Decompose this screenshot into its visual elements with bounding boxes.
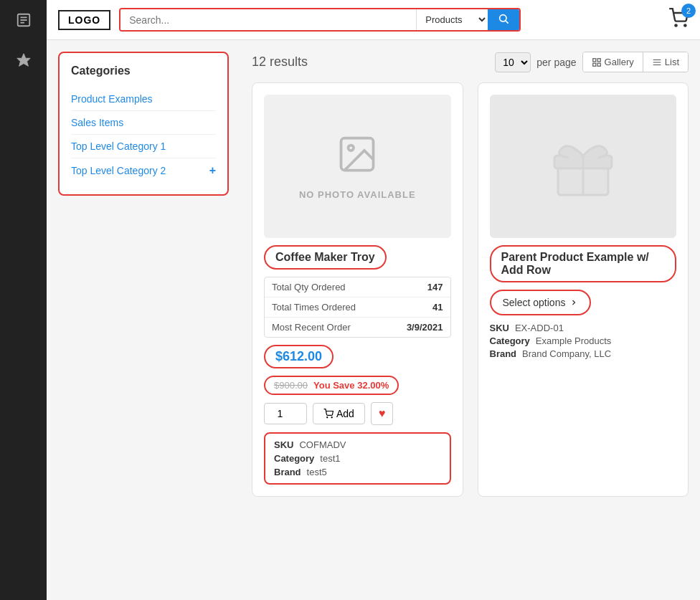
add-row-1: Add ♥	[264, 402, 451, 425]
stat-value: 41	[432, 302, 443, 313]
stat-row-qty: Total Qty Ordered 147	[265, 277, 450, 297]
svg-point-18	[327, 417, 328, 418]
per-page-label: per page	[536, 57, 576, 68]
meta-brand: Brand test5	[274, 467, 441, 477]
favorites-icon[interactable]	[11, 47, 37, 73]
svg-rect-9	[592, 58, 595, 61]
svg-point-17	[349, 146, 354, 151]
no-photo-icon	[336, 133, 379, 184]
stat-value: 3/9/2021	[407, 322, 443, 333]
category-value: test1	[320, 453, 340, 464]
svg-rect-11	[592, 63, 595, 66]
product-meta-1: SKU COFMADV Category test1 Brand test5	[264, 432, 451, 485]
svg-marker-4	[16, 54, 29, 66]
you-save-badge: You Save 32.00%	[313, 380, 389, 391]
meta-category-2: Category Example Products	[490, 335, 677, 346]
brand-value: test5	[307, 467, 327, 477]
svg-rect-12	[597, 63, 600, 66]
stat-value: 147	[427, 282, 443, 292]
cart-area[interactable]: 2	[668, 8, 689, 32]
favorite-button-1[interactable]: ♥	[371, 402, 394, 425]
select-options-button[interactable]: Select options	[490, 290, 592, 315]
product-image-placeholder: NO PHOTO AVAILABLE	[264, 95, 451, 238]
gallery-view-button[interactable]: Gallery	[583, 52, 643, 72]
category-item-top-level-2[interactable]: Top Level Category 2 +	[71, 158, 216, 183]
meta-sku-2: SKU EX-ADD-01	[490, 323, 677, 333]
expand-icon[interactable]: +	[209, 164, 216, 177]
category-label: Category	[490, 335, 530, 346]
cart-count: 2	[681, 4, 696, 18]
products-area: 12 results 5102050 per page Gallery	[240, 40, 700, 600]
orders-icon[interactable]	[11, 7, 37, 33]
logo[interactable]: LOGO	[58, 10, 110, 30]
stat-label: Total Times Ordered	[272, 302, 356, 313]
product-card-1: NO PHOTO AVAILABLE Coffee Maker Troy Tot…	[252, 82, 463, 497]
svg-point-8	[684, 24, 686, 26]
category-label: Top Level Category 1	[71, 141, 166, 152]
category-label: Category	[274, 453, 314, 464]
brand-label: Brand	[274, 467, 301, 477]
svg-point-7	[675, 24, 676, 26]
view-toggle: Gallery List	[582, 52, 689, 72]
original-price: $900.00	[274, 380, 308, 391]
page-body: Categories Product Examples Sales Items …	[47, 40, 700, 600]
categories-box: Categories Product Examples Sales Items …	[58, 52, 229, 196]
brand-value: Brand Company, LLC	[522, 348, 611, 359]
no-photo-text: NO PHOTO AVAILABLE	[299, 189, 416, 200]
category-item-product-examples[interactable]: Product Examples	[71, 87, 216, 111]
quantity-input-1[interactable]	[264, 403, 307, 424]
stat-label: Most Recent Order	[272, 322, 351, 333]
category-label: Product Examples	[71, 93, 153, 105]
search-input[interactable]	[120, 9, 416, 30]
category-label: Top Level Category 2	[71, 165, 166, 176]
category-item-top-level-1[interactable]: Top Level Category 1	[71, 135, 216, 158]
svg-point-19	[331, 417, 332, 418]
product-price-1: $612.00	[264, 345, 334, 368]
category-label: Sales Items	[71, 117, 123, 128]
meta-sku: SKU COFMADV	[274, 439, 441, 450]
product-card-2: Parent Product Example w/ Add Row Select…	[478, 82, 689, 497]
header: LOGO ProductsCategoriesBrands 2	[47, 0, 700, 40]
categories-sidebar: Categories Product Examples Sales Items …	[47, 40, 240, 600]
category-item-sales-items[interactable]: Sales Items	[71, 111, 216, 135]
search-bar: ProductsCategoriesBrands	[119, 8, 521, 32]
product-name-1: Coffee Maker Troy	[264, 245, 387, 270]
savings-row-1: $900.00 You Save 32.00%	[264, 376, 399, 395]
nav-sidebar	[0, 0, 47, 600]
categories-title: Categories	[71, 65, 216, 77]
cart-icon[interactable]: 2	[668, 8, 689, 32]
stat-row-recent: Most Recent Order 3/9/2021	[265, 318, 450, 337]
results-controls: 5102050 per page Gallery	[495, 52, 689, 72]
sku-label: SKU	[490, 323, 509, 333]
product-stats-1: Total Qty Ordered 147 Total Times Ordere…	[264, 277, 451, 338]
product-meta-2: SKU EX-ADD-01 Category Example Products …	[490, 323, 677, 361]
brand-label: Brand	[490, 348, 517, 359]
results-count: 12 results	[252, 54, 308, 70]
list-view-button[interactable]: List	[643, 52, 688, 72]
results-header: 12 results 5102050 per page Gallery	[252, 52, 689, 72]
category-value: Example Products	[536, 335, 612, 346]
sku-label: SKU	[274, 439, 293, 450]
stat-label: Total Qty Ordered	[272, 282, 346, 292]
search-category-dropdown[interactable]: ProductsCategoriesBrands	[416, 9, 488, 30]
product-image-gift	[490, 95, 677, 238]
search-button[interactable]	[488, 9, 519, 30]
svg-rect-10	[597, 58, 600, 61]
svg-point-5	[500, 14, 506, 21]
meta-brand-2: Brand Brand Company, LLC	[490, 348, 677, 359]
product-name-2: Parent Product Example w/ Add Row	[490, 245, 677, 282]
meta-category: Category test1	[274, 453, 441, 464]
per-page-select[interactable]: 5102050	[495, 52, 531, 72]
product-grid: NO PHOTO AVAILABLE Coffee Maker Troy Tot…	[252, 82, 689, 497]
sku-value: EX-ADD-01	[515, 323, 564, 333]
stat-row-times: Total Times Ordered 41	[265, 297, 450, 318]
add-to-cart-button-1[interactable]: Add	[313, 403, 365, 424]
sku-value: COFMADV	[299, 439, 346, 450]
svg-line-6	[506, 21, 509, 24]
main-wrapper: LOGO ProductsCategoriesBrands 2	[47, 0, 700, 600]
